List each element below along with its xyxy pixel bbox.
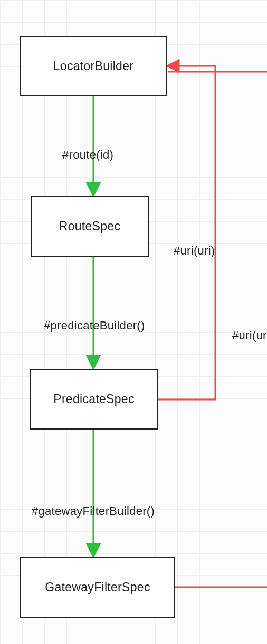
node-label: LocatorBuilder — [53, 59, 134, 73]
edge-label-uri-ur: #uri(ur — [232, 329, 267, 343]
edge-label-uri-uri: #uri(uri) — [174, 244, 215, 258]
node-label: GatewayFilterSpec — [45, 580, 150, 594]
edge-label-predicate-builder: #predicateBuilder() — [44, 319, 145, 333]
node-predicate-spec: PredicateSpec — [30, 369, 158, 430]
node-label: PredicateSpec — [53, 392, 135, 406]
node-locator-builder: LocatorBuilder — [20, 36, 167, 96]
node-label: RouteSpec — [59, 219, 121, 233]
node-gateway-filter-spec: GatewayFilterSpec — [20, 557, 175, 618]
node-route-spec: RouteSpec — [31, 196, 149, 257]
edge-label-gateway-filter-builder: #gatewayFilterBuilder() — [32, 504, 155, 518]
edge-label-route-id: #route(id) — [62, 148, 113, 162]
